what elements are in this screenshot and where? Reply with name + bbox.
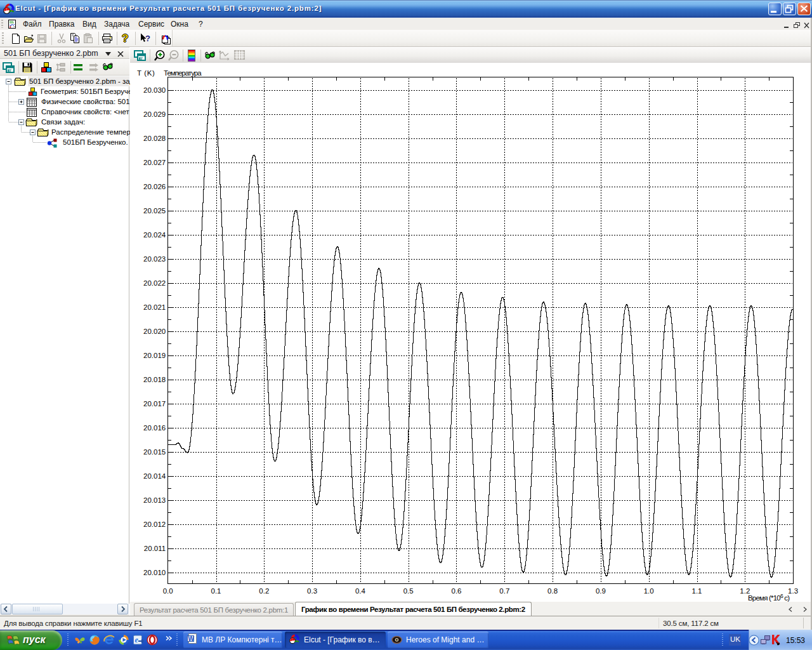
svg-text:20.010: 20.010 [143, 569, 166, 576]
svg-text:0.2: 0.2 [259, 587, 269, 595]
svg-text:20.022: 20.022 [143, 279, 166, 287]
svg-text:20.023: 20.023 [143, 255, 166, 263]
svg-text:20.016: 20.016 [143, 424, 166, 432]
svg-text:e: e [135, 635, 139, 644]
svg-text:20.024: 20.024 [143, 231, 166, 239]
svg-text:20.015: 20.015 [143, 448, 166, 456]
svg-text:20.026: 20.026 [143, 183, 166, 190]
svg-text:Время (*106 с): Время (*106 с) [748, 593, 790, 602]
svg-text:20.019: 20.019 [143, 352, 166, 359]
svg-text:W: W [188, 635, 195, 642]
svg-text:0.1: 0.1 [211, 587, 221, 595]
svg-text:0.5: 0.5 [403, 587, 414, 595]
svg-text:1.3: 1.3 [788, 587, 798, 595]
svg-text:20.020: 20.020 [143, 328, 166, 335]
svg-text:20.021: 20.021 [143, 303, 166, 311]
svg-text:20.012: 20.012 [143, 521, 166, 528]
svg-text:20.014: 20.014 [143, 472, 166, 480]
svg-text:20.029: 20.029 [143, 110, 166, 118]
svg-text:20.011: 20.011 [144, 545, 166, 552]
svg-text:20.030: 20.030 [143, 86, 166, 94]
svg-text:0.0: 0.0 [163, 587, 173, 595]
svg-text:20.018: 20.018 [143, 376, 166, 383]
svg-text:20.028: 20.028 [143, 135, 166, 142]
svg-text:1.1: 1.1 [692, 587, 702, 595]
svg-text:Температура: Температура [164, 69, 202, 77]
svg-text:20.025: 20.025 [143, 207, 166, 215]
svg-text:20.017: 20.017 [143, 400, 166, 408]
svg-text:?: ? [145, 34, 150, 43]
svg-text:20.027: 20.027 [143, 159, 166, 166]
svg-text:0.9: 0.9 [596, 587, 606, 595]
svg-text:0.3: 0.3 [307, 587, 317, 595]
svg-text:0.4: 0.4 [355, 587, 366, 595]
svg-text:T (K): T (K) [137, 69, 155, 77]
svg-text:0.6: 0.6 [452, 587, 462, 595]
svg-text:0.8: 0.8 [547, 587, 558, 595]
svg-text:0.7: 0.7 [499, 587, 509, 595]
svg-text:1.0: 1.0 [644, 587, 654, 595]
svg-text:20.013: 20.013 [143, 496, 166, 504]
